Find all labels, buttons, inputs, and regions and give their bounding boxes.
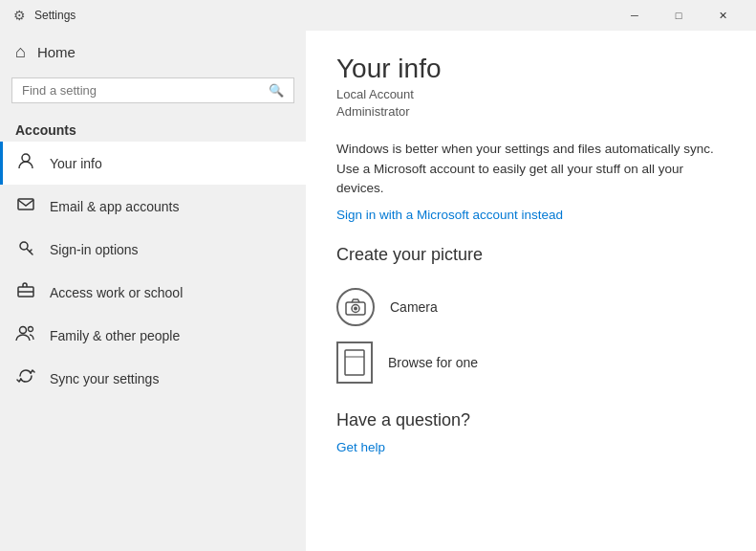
work-school-label: Access work or school	[50, 285, 183, 300]
question-section: Have a question? Get help	[336, 410, 725, 455]
sign-in-label: Sign-in options	[50, 242, 139, 257]
minimize-button[interactable]: ─	[613, 0, 657, 31]
sidebar-item-your-info[interactable]: Your info	[0, 142, 306, 185]
svg-rect-10	[345, 350, 364, 375]
content-area: Your info Local Account Administrator Wi…	[306, 31, 756, 551]
browse-label: Browse for one	[388, 355, 478, 370]
camera-label: Camera	[390, 299, 438, 315]
family-label: Family & other people	[50, 328, 180, 343]
app-body: ⌂ Home 🔍 Accounts Your info	[0, 31, 756, 551]
close-button[interactable]: ✕	[701, 0, 745, 31]
sync-icon	[15, 366, 36, 390]
your-info-label: Your info	[50, 156, 102, 171]
svg-point-9	[354, 307, 357, 311]
info-text: Windows is better when your settings and…	[336, 140, 719, 198]
ms-account-link[interactable]: Sign in with a Microsoft account instead	[336, 208, 725, 222]
file-icon-container	[336, 342, 373, 384]
person-icon	[15, 151, 36, 175]
camera-option[interactable]: Camera	[336, 280, 725, 334]
picture-section-title: Create your picture	[336, 245, 725, 265]
camera-icon	[345, 298, 366, 316]
search-box[interactable]: 🔍	[11, 77, 294, 103]
briefcase-icon	[15, 280, 36, 304]
sidebar-item-sync[interactable]: Sync your settings	[0, 357, 306, 400]
svg-point-6	[29, 327, 33, 332]
svg-point-5	[20, 327, 27, 334]
get-help-link[interactable]: Get help	[336, 440, 385, 454]
sidebar-item-email-accounts[interactable]: Email & app accounts	[0, 185, 306, 228]
sidebar-item-sign-in[interactable]: Sign-in options	[0, 228, 306, 271]
question-title: Have a question?	[336, 410, 725, 430]
email-accounts-label: Email & app accounts	[50, 199, 179, 214]
sidebar-section-label: Accounts	[0, 115, 306, 142]
sidebar-item-work-school[interactable]: Access work or school	[0, 271, 306, 314]
home-label: Home	[37, 44, 76, 60]
browse-option[interactable]: Browse for one	[336, 334, 725, 391]
file-icon	[343, 349, 366, 376]
search-icon: 🔍	[269, 83, 284, 98]
search-input[interactable]	[22, 83, 261, 98]
app-icon: ⚙	[11, 8, 27, 23]
sidebar: ⌂ Home 🔍 Accounts Your info	[0, 31, 306, 551]
window-controls: ─ □ ✕	[613, 0, 745, 31]
maximize-button[interactable]: □	[657, 0, 701, 31]
key-icon	[15, 237, 36, 261]
titlebar: ⚙ Settings ─ □ ✕	[0, 0, 756, 31]
titlebar-title: Settings	[34, 9, 613, 22]
account-type: Local Account Administrator	[336, 86, 725, 121]
people-icon	[15, 323, 36, 347]
svg-rect-1	[18, 199, 33, 209]
sidebar-item-family[interactable]: Family & other people	[0, 314, 306, 357]
sync-label: Sync your settings	[50, 371, 159, 386]
svg-point-0	[22, 154, 30, 162]
camera-icon-container	[336, 288, 375, 326]
home-icon: ⌂	[15, 42, 26, 62]
page-title: Your info	[336, 54, 725, 84]
sidebar-item-home[interactable]: ⌂ Home	[0, 31, 306, 74]
email-icon	[15, 194, 36, 218]
